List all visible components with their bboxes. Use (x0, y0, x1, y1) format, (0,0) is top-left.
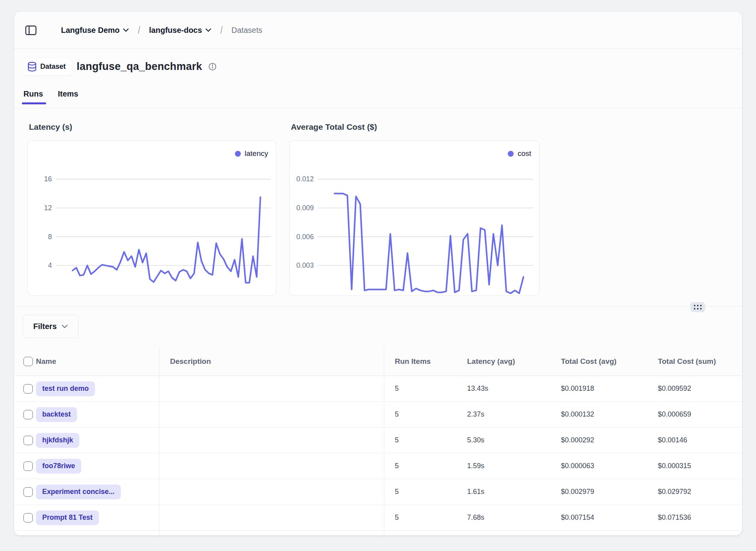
column-header-run-items[interactable]: Run Items (384, 357, 457, 366)
row-checkbox[interactable] (23, 462, 33, 471)
page-title: langfuse_qa_benchmark (77, 61, 202, 73)
latency-avg-cell: 7.68s (457, 513, 550, 522)
section-resize-handle[interactable] (690, 302, 705, 312)
total-cost-avg-cell: $0.000132 (550, 410, 647, 419)
total-cost-avg-cell: $0.002979 (550, 488, 647, 496)
svg-text:0.012: 0.012 (296, 175, 314, 183)
description-cell (159, 376, 384, 401)
description-cell (159, 479, 384, 504)
table-row: Prompt 81 Test 5 7.68s $0.007154 $0.0715… (14, 505, 742, 531)
dataset-type-badge: Dataset (23, 58, 72, 75)
latency-line-chart-svg: 481216 (28, 141, 276, 295)
row-checkbox[interactable] (23, 436, 33, 445)
tab-items[interactable]: Items (58, 89, 78, 104)
total-cost-avg-cell: $0.000063 (550, 462, 647, 470)
row-checkbox[interactable] (23, 513, 33, 522)
breadcrumb-org[interactable]: Langfuse Demo (61, 26, 129, 35)
cost-legend: cost (508, 149, 531, 158)
tab-bar: Runs Items (23, 89, 733, 104)
table-row: backtest 5 2.37s $0.000132 $0.000659 (14, 402, 742, 428)
svg-text:8: 8 (48, 233, 52, 241)
latency-avg-cell: 1.61s (457, 488, 550, 496)
row-checkbox[interactable] (23, 410, 33, 419)
column-header-total-cost-sum[interactable]: Total Cost (sum) (647, 357, 742, 366)
top-bar: Langfuse Demo / langfuse-docs / Datasets (14, 12, 742, 49)
table-row: hjkfdshjk 5 5.30s $0.000292 $0.00146 (14, 428, 742, 453)
chevron-down-icon (61, 324, 68, 329)
latency-avg-cell: 5.30s (457, 436, 550, 444)
breadcrumb-separator: / (218, 24, 225, 36)
latency-chart-block: Latency (s) 481216 latency (27, 122, 276, 296)
table-body: test run demo 5 13.43s $0.001918 $0.0095… (14, 376, 742, 535)
cost-chart-title: Average Total Cost ($) (291, 122, 539, 132)
column-header-description[interactable]: Description (159, 347, 384, 376)
table-row: Experiment concise... 5 1.61s $0.002979 … (14, 479, 742, 505)
table-row: foo78riwe 5 1.59s $0.000063 $0.000315 (14, 453, 742, 479)
breadcrumb-separator: / (135, 24, 143, 36)
column-header-total-cost-avg[interactable]: Total Cost (avg) (550, 357, 647, 366)
total-cost-sum-cell: $0.00146 (647, 436, 742, 444)
svg-text:0.006: 0.006 (296, 233, 314, 241)
description-cell (159, 505, 384, 530)
latency-chart-title: Latency (s) (29, 122, 276, 132)
total-cost-sum-cell: $0.000659 (647, 410, 742, 419)
run-items-cell: 5 (384, 410, 457, 419)
run-items-cell: 5 (384, 385, 457, 393)
latency-avg-cell: 1.59s (457, 462, 550, 470)
breadcrumb-project[interactable]: langfuse-docs (149, 26, 211, 35)
legend-label: latency (245, 149, 268, 158)
tab-runs[interactable]: Runs (23, 89, 43, 104)
run-items-cell: 5 (384, 513, 457, 522)
table-row (14, 531, 742, 535)
breadcrumb: Langfuse Demo / langfuse-docs / Datasets (61, 24, 262, 36)
table-header-row: Name Description Run Items Latency (avg)… (14, 347, 742, 376)
filters-section: Filters (14, 307, 742, 347)
run-name-badge[interactable]: test run demo (36, 381, 95, 396)
svg-text:0.003: 0.003 (296, 261, 314, 269)
org-name: Langfuse Demo (61, 26, 120, 35)
latency-chart[interactable]: 481216 latency (27, 140, 276, 296)
total-cost-avg-cell: $0.001918 (550, 385, 647, 393)
title-section: Dataset langfuse_qa_benchmark Runs Items (14, 49, 742, 108)
filters-button[interactable]: Filters (23, 315, 79, 338)
column-header-name[interactable]: Name (36, 347, 159, 376)
row-checkbox[interactable] (23, 384, 33, 394)
total-cost-avg-cell: $0.000292 (550, 436, 647, 444)
legend-label: cost (518, 149, 531, 158)
select-all-checkbox[interactable] (23, 357, 33, 366)
run-name-badge[interactable]: hjkfdshjk (36, 433, 79, 448)
database-icon (27, 62, 37, 72)
run-items-cell: 5 (384, 488, 457, 496)
chevron-down-icon (123, 28, 129, 32)
sidebar-toggle-icon[interactable] (25, 25, 37, 36)
dataset-badge-label: Dataset (40, 63, 66, 71)
legend-dot-icon (235, 151, 241, 157)
run-name-badge[interactable]: foo78riwe (36, 459, 81, 474)
total-cost-sum-cell: $0.000315 (647, 462, 742, 470)
total-cost-sum-cell: $0.009592 (647, 385, 742, 393)
runs-table: Name Description Run Items Latency (avg)… (14, 347, 742, 535)
total-cost-avg-cell: $0.007154 (550, 513, 647, 522)
project-name: langfuse-docs (149, 26, 202, 35)
column-header-latency-avg[interactable]: Latency (avg) (457, 357, 550, 366)
latency-avg-cell: 13.43s (457, 385, 550, 393)
total-cost-sum-cell: $0.071536 (647, 513, 742, 522)
run-name-badge[interactable]: backtest (36, 407, 77, 422)
charts-section: Latency (s) 481216 latency Average Total… (14, 108, 742, 307)
run-name-badge[interactable]: Prompt 81 Test (36, 510, 99, 525)
svg-text:16: 16 (44, 175, 52, 183)
main-window: Langfuse Demo / langfuse-docs / Datasets… (14, 12, 742, 535)
run-name-badge[interactable]: Experiment concise... (36, 485, 121, 499)
description-cell (159, 453, 384, 479)
svg-text:0.009: 0.009 (296, 204, 314, 212)
cost-chart[interactable]: 0.0030.0060.0090.012 cost (289, 140, 539, 296)
info-icon[interactable] (208, 63, 217, 71)
legend-dot-icon (508, 151, 514, 157)
description-cell (159, 531, 384, 535)
row-checkbox[interactable] (23, 487, 33, 497)
run-items-cell: 5 (384, 462, 457, 470)
latency-avg-cell: 2.37s (457, 410, 550, 419)
breadcrumb-section[interactable]: Datasets (231, 26, 262, 35)
run-items-cell: 5 (384, 436, 457, 444)
total-cost-sum-cell: $0.029792 (647, 488, 742, 496)
